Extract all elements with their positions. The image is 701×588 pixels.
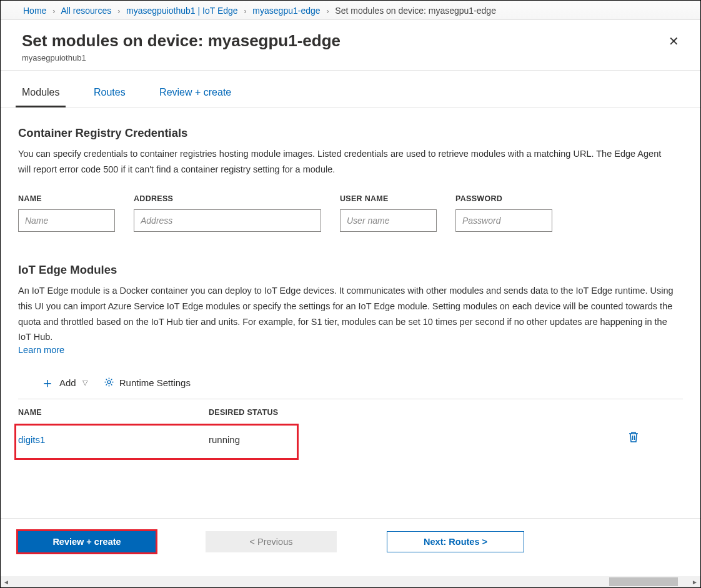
chevron-right-icon: › <box>240 7 250 16</box>
chevron-down-icon: ▽ <box>82 379 87 387</box>
page-subtitle: myasegpuiothub1 <box>22 53 341 62</box>
module-name-link[interactable]: digits1 <box>18 434 45 445</box>
label-address: ADDRESS <box>134 194 321 203</box>
tabs: Modules Routes Review + create <box>1 71 700 107</box>
tab-modules[interactable]: Modules <box>18 82 63 107</box>
previous-button[interactable]: < Previous <box>206 531 337 552</box>
tab-review-create[interactable]: Review + create <box>156 82 235 107</box>
breadcrumb-current: Set modules on device: myasegpu1-edge <box>335 6 496 16</box>
review-create-button[interactable]: Review + create <box>18 531 156 552</box>
modules-table: NAME DESIRED STATUS digits1 running <box>18 399 683 462</box>
label-name: NAME <box>18 194 115 203</box>
footer: Review + create < Previous Next: Routes … <box>1 518 700 565</box>
trash-icon[interactable] <box>628 431 639 445</box>
runtime-label: Runtime Settings <box>119 377 191 388</box>
modules-heading: IoT Edge Modules <box>18 263 683 277</box>
modules-description: An IoT Edge module is a Docker container… <box>18 283 674 345</box>
breadcrumb-home[interactable]: Home <box>23 6 46 16</box>
add-button[interactable]: ＋ Add ▽ <box>41 376 87 390</box>
breadcrumb-all-resources[interactable]: All resources <box>61 6 111 16</box>
gear-icon <box>104 377 114 389</box>
next-button[interactable]: Next: Routes > <box>387 531 524 552</box>
section-modules: IoT Edge Modules An IoT Edge module is a… <box>18 263 683 462</box>
table-row: digits1 running <box>18 426 683 462</box>
label-password: PASSWORD <box>455 194 552 203</box>
chevron-right-icon: › <box>322 7 332 16</box>
column-header-name: NAME <box>18 408 209 417</box>
chevron-right-icon: › <box>114 7 124 16</box>
tab-routes[interactable]: Routes <box>90 82 129 107</box>
learn-more-link[interactable]: Learn more <box>18 345 64 355</box>
scroll-right-icon[interactable]: ► <box>689 576 700 587</box>
breadcrumb-edge-device[interactable]: myasegpu1-edge <box>252 6 320 16</box>
name-field[interactable] <box>18 209 115 232</box>
scroll-left-icon[interactable]: ◄ <box>1 576 12 587</box>
module-status: running <box>209 434 396 445</box>
horizontal-scrollbar[interactable]: ◄ ► <box>1 576 700 587</box>
address-field[interactable] <box>134 209 321 232</box>
breadcrumb: Home › All resources › myasegpuiothub1 |… <box>1 1 700 20</box>
runtime-settings-button[interactable]: Runtime Settings <box>104 377 191 389</box>
credentials-heading: Container Registry Credentials <box>18 126 683 140</box>
username-field[interactable] <box>340 209 437 232</box>
page-title: Set modules on device: myasegpu1-edge <box>22 31 341 51</box>
add-label: Add <box>59 377 76 388</box>
column-header-status: DESIRED STATUS <box>209 408 396 417</box>
plus-icon: ＋ <box>41 376 54 390</box>
close-icon[interactable]: ✕ <box>665 31 683 51</box>
chevron-right-icon: › <box>49 7 59 16</box>
svg-point-0 <box>107 381 111 384</box>
credentials-description: You can specify credentials to container… <box>18 146 674 177</box>
label-username: USER NAME <box>340 194 437 203</box>
scroll-thumb[interactable] <box>609 577 678 586</box>
password-field[interactable] <box>455 209 552 232</box>
breadcrumb-iothub[interactable]: myasegpuiothub1 | IoT Edge <box>126 6 238 16</box>
section-credentials: Container Registry Credentials You can s… <box>18 126 683 232</box>
